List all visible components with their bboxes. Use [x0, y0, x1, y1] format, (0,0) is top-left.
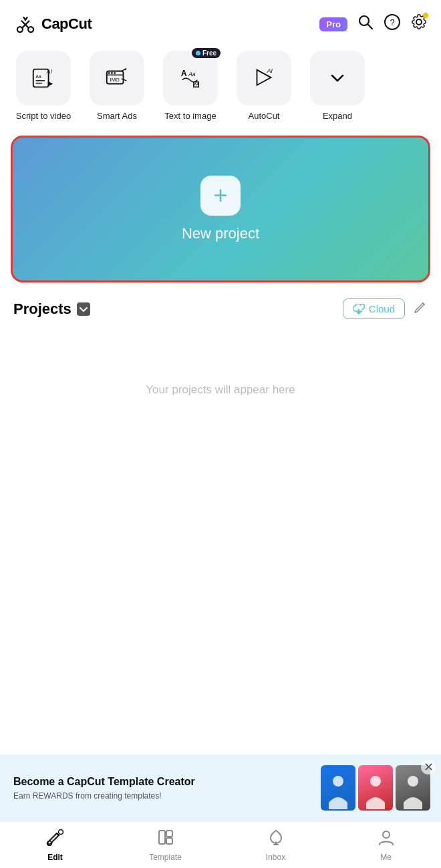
nav-item-me[interactable]: Me [363, 829, 410, 862]
ad-close-button[interactable]: ✕ [421, 760, 436, 775]
template-nav-label: Template [149, 853, 182, 862]
notification-dot [423, 13, 428, 18]
script-to-video-icon: Aa AI [30, 65, 57, 91]
expand-icon-wrap [310, 51, 365, 105]
svg-text:AI: AI [267, 67, 273, 74]
ad-title: Become a CapCut Template Creator [13, 775, 314, 789]
new-project-label: New project [182, 225, 259, 242]
new-project-banner[interactable]: + New project [11, 136, 430, 282]
edit-icon[interactable] [413, 300, 428, 318]
svg-text:Aa: Aa [188, 71, 196, 77]
search-icon[interactable] [357, 13, 374, 35]
svg-point-36 [58, 829, 63, 834]
svg-line-24 [122, 79, 127, 81]
ad-person-1-icon [326, 773, 350, 809]
smart-ads-icon: IMG + [104, 65, 130, 91]
svg-rect-38 [166, 831, 172, 837]
quick-action-script-to-video[interactable]: Aa AI Script to video [7, 51, 80, 121]
me-nav-label: Me [380, 853, 392, 862]
projects-dropdown-arrow-icon[interactable] [77, 302, 90, 316]
ad-image-2 [358, 765, 393, 811]
ad-person-3-icon [401, 773, 425, 809]
svg-point-32 [333, 776, 343, 787]
free-badge: Free [192, 48, 220, 58]
edit-nav-icon [46, 829, 65, 850]
smart-ads-icon-wrap: IMG + [90, 51, 144, 105]
chevron-down-icon [327, 68, 347, 88]
svg-point-34 [408, 776, 418, 787]
nav-item-edit[interactable]: Edit [32, 829, 79, 862]
empty-state-text: Your projects will appear here [146, 383, 295, 397]
svg-text:IMG: IMG [110, 77, 120, 83]
inbox-nav-icon [267, 829, 285, 850]
svg-rect-37 [159, 831, 165, 844]
ad-image-1 [321, 765, 355, 811]
inbox-nav-label: Inbox [266, 853, 285, 862]
text-to-image-icon: A Aa [177, 65, 204, 91]
quick-action-text-to-image[interactable]: Free A Aa Text to image [154, 51, 227, 121]
me-nav-icon [378, 829, 395, 850]
header: CapCut Pro ? [0, 0, 441, 45]
nav-item-inbox[interactable]: Inbox [253, 829, 299, 862]
ad-subtitle: Earn REWARDS from creating templates! [13, 791, 314, 801]
quick-action-smart-ads[interactable]: IMG + Smart Ads [80, 51, 154, 121]
quick-action-expand[interactable]: Expand [301, 51, 374, 121]
pro-badge[interactable]: Pro [319, 17, 347, 31]
ad-images [321, 765, 430, 811]
edit-nav-label: Edit [47, 853, 63, 862]
svg-line-8 [368, 25, 373, 29]
quick-actions-row: Aa AI Script to video IMG + Smart A [0, 45, 441, 132]
svg-text:AI: AI [46, 68, 53, 75]
ad-text-area: Become a CapCut Template Creator Earn RE… [13, 775, 314, 801]
cloud-button-label: Cloud [369, 303, 395, 314]
projects-title-area: Projects [13, 300, 90, 318]
ad-banner: Become a CapCut Template Creator Earn RE… [0, 754, 441, 821]
template-nav-icon [157, 829, 174, 850]
text-to-image-icon-wrap: Free A Aa [163, 51, 218, 105]
bottom-nav: Edit Template Inbox Me [0, 821, 441, 868]
script-to-video-label: Script to video [16, 111, 71, 121]
ad-person-2-icon [363, 773, 388, 809]
svg-point-19 [108, 72, 110, 74]
svg-point-42 [383, 831, 390, 838]
autocut-icon-wrap: AI [237, 51, 291, 105]
autocut-icon: AI [251, 65, 277, 91]
smart-ads-label: Smart Ads [97, 111, 137, 121]
quick-action-autocut[interactable]: AI AutoCut [227, 51, 301, 121]
new-project-plus-icon: + [200, 176, 241, 216]
svg-rect-39 [166, 838, 172, 844]
svg-point-33 [370, 776, 381, 787]
svg-text:A: A [181, 69, 187, 78]
header-right: Pro ? [319, 13, 428, 35]
expand-label: Expand [323, 111, 352, 121]
svg-rect-31 [77, 302, 90, 316]
svg-text:?: ? [390, 17, 395, 27]
text-to-image-label: Text to image [164, 111, 216, 121]
svg-point-21 [114, 72, 116, 74]
settings-icon[interactable] [410, 13, 428, 35]
nav-item-template[interactable]: Template [142, 829, 189, 862]
svg-marker-16 [48, 81, 53, 87]
logo-area: CapCut [13, 12, 92, 36]
cloud-button[interactable]: Cloud [343, 298, 405, 319]
projects-actions: Cloud [343, 298, 428, 319]
projects-header: Projects Cloud [0, 298, 441, 330]
autocut-label: AutoCut [249, 111, 280, 121]
capcut-logo-icon [13, 12, 37, 36]
svg-text:Aa: Aa [36, 74, 41, 79]
help-icon[interactable]: ? [384, 13, 401, 35]
script-to-video-icon-wrap: Aa AI [16, 51, 71, 105]
app-title: CapCut [41, 15, 92, 33]
svg-text:+: + [124, 67, 126, 72]
empty-state: Your projects will appear here [0, 330, 441, 463]
cloud-icon [353, 304, 365, 314]
projects-title: Projects [13, 300, 71, 318]
svg-point-20 [111, 72, 113, 74]
